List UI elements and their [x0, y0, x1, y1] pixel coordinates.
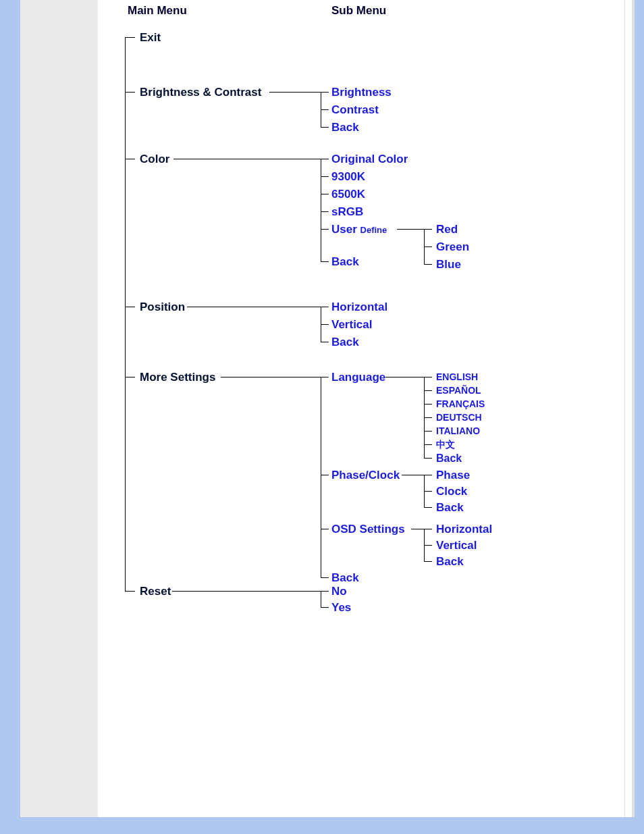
branch-line — [321, 577, 329, 578]
branch-line — [424, 444, 432, 445]
branch-line — [321, 211, 329, 212]
page-frame: Main Menu Sub Menu Exit Brightness & Con… — [0, 0, 644, 834]
header-sub-menu: Sub Menu — [331, 4, 386, 18]
branch-line — [221, 377, 321, 377]
sub-define: Define — [360, 225, 387, 235]
tree-spine — [125, 37, 126, 591]
branch-line — [424, 529, 432, 529]
sub-back: Back — [329, 121, 359, 134]
sub-reset-no: No — [329, 585, 347, 598]
branch-line — [321, 475, 329, 475]
header-main-menu: Main Menu — [128, 4, 187, 18]
lang-back: Back — [433, 452, 462, 465]
menu-position: Position — [137, 301, 188, 314]
sub-contrast: Contrast — [329, 103, 379, 117]
branch-line — [321, 342, 329, 342]
branch-line — [411, 529, 424, 529]
left-margin — [20, 0, 98, 817]
branch-line — [125, 307, 135, 307]
sub-osd-settings: OSD Settings — [329, 523, 405, 536]
branch-line — [402, 475, 424, 475]
sub-brightness: Brightness — [329, 86, 392, 99]
branch-line — [321, 607, 329, 608]
lang-italiano: ITALIANO — [433, 425, 480, 436]
sub-osd-horizontal: Horizontal — [433, 523, 492, 536]
sub-clock: Clock — [433, 485, 467, 498]
vertical-scrollbar[interactable] — [624, 0, 635, 817]
branch-line — [424, 404, 432, 405]
branch-line — [125, 591, 135, 592]
branch-line — [424, 507, 432, 508]
lang-deutsch: DEUTSCH — [433, 412, 482, 423]
sub-horizontal: Horizontal — [329, 301, 387, 314]
branch-line — [321, 377, 321, 577]
sub-9300k: 9300K — [329, 170, 365, 184]
branch-line — [321, 261, 329, 262]
menu-reset: Reset — [137, 585, 173, 598]
sub-vertical: Vertical — [329, 318, 373, 332]
sub-user: User — [331, 223, 357, 236]
branch-line — [321, 109, 329, 110]
sub-more-back: Back — [329, 571, 359, 585]
sub-green: Green — [433, 240, 469, 254]
lang-chinese: 中文 — [433, 439, 455, 451]
branch-line — [321, 529, 329, 529]
sub-osd-back: Back — [433, 555, 464, 569]
sub-language: Language — [329, 371, 385, 384]
sub-red: Red — [433, 223, 458, 236]
lang-espanol: ESPAÑOL — [433, 385, 481, 396]
branch-line — [321, 229, 329, 230]
branch-line — [424, 390, 432, 391]
sub-phase: Phase — [433, 469, 470, 482]
sub-user-define: User Define — [329, 223, 387, 236]
branch-line — [424, 246, 432, 247]
sub-blue: Blue — [433, 258, 461, 271]
branch-line — [321, 591, 329, 592]
branch-line — [321, 92, 329, 93]
sub-phase-clock: Phase/Clock — [329, 469, 400, 482]
lang-francais: FRANÇAIS — [433, 398, 485, 409]
branch-line — [172, 591, 321, 592]
branch-line — [424, 545, 432, 546]
branch-line — [321, 127, 329, 128]
sub-original-color: Original Color — [329, 153, 408, 166]
branch-line — [125, 159, 135, 159]
sub-color-back: Back — [329, 255, 359, 269]
branch-line — [424, 475, 432, 475]
branch-line — [125, 92, 135, 93]
menu-color: Color — [137, 153, 172, 166]
sub-6500k: 6500K — [329, 188, 365, 201]
branch-line — [424, 458, 432, 459]
page-content: Main Menu Sub Menu Exit Brightness & Con… — [98, 0, 622, 817]
sub-srgb: sRGB — [329, 205, 363, 219]
branch-line — [321, 307, 329, 307]
branch-line — [321, 591, 321, 607]
branch-line — [321, 176, 329, 177]
branch-line — [385, 377, 424, 377]
branch-line — [321, 194, 329, 194]
branch-line — [125, 37, 135, 38]
branch-line — [397, 229, 424, 230]
branch-line — [424, 417, 432, 418]
branch-line — [424, 377, 432, 377]
branch-line — [321, 377, 329, 377]
branch-line — [424, 264, 432, 265]
sub-reset-yes: Yes — [329, 601, 351, 615]
sub-phase-back: Back — [433, 501, 464, 515]
menu-more-settings: More Settings — [137, 371, 218, 384]
branch-line — [187, 307, 321, 307]
branch-line — [424, 491, 432, 492]
branch-line — [321, 159, 329, 159]
sub-osd-vertical: Vertical — [433, 539, 477, 552]
branch-line — [321, 159, 321, 261]
menu-brightness-contrast: Brightness & Contrast — [137, 86, 264, 99]
branch-line — [269, 92, 321, 93]
branch-line — [173, 159, 321, 159]
branch-line — [125, 377, 135, 377]
lang-english: ENGLISH — [433, 371, 478, 382]
menu-exit: Exit — [137, 31, 163, 45]
branch-line — [321, 324, 329, 325]
branch-line — [424, 561, 432, 562]
branch-line — [424, 431, 432, 432]
branch-line — [424, 229, 432, 230]
